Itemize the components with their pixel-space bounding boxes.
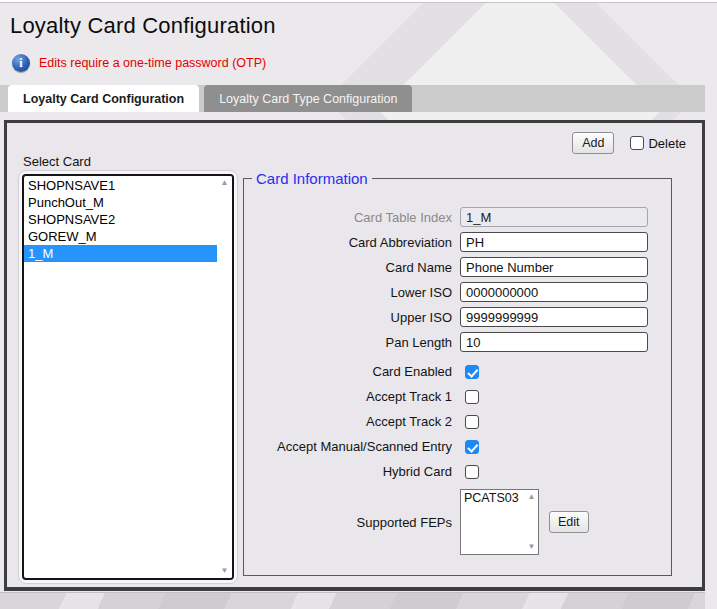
card-abbreviation-row: Card Abbreviation	[244, 232, 671, 252]
page-top-strip	[0, 0, 717, 3]
otp-notice-text: Edits require a one-time password (OTP)	[39, 56, 266, 70]
scroll-up-icon[interactable]: ▲	[221, 179, 229, 187]
tab-loyalty-card-type-configuration[interactable]: Loyalty Card Type Configuration	[204, 85, 412, 112]
hybrid-card-label: Hybrid Card	[244, 464, 452, 479]
card-enabled-row: Card Enabled	[244, 364, 671, 379]
feps-scrollbar[interactable]: ▲ ▼	[525, 490, 538, 554]
accept-track-1-label: Accept Track 1	[244, 389, 452, 404]
accept-track-2-checkbox[interactable]	[465, 415, 479, 429]
hybrid-card-row: Hybrid Card	[244, 464, 671, 479]
card-list-item[interactable]: GOREW_M	[24, 228, 217, 245]
otp-notice-row: i Edits require a one-time password (OTP…	[12, 54, 266, 72]
supported-feps-row: Supported FEPs PCATS03 ▲ ▼ Edit	[244, 489, 671, 555]
accept-track-1-row: Accept Track 1	[244, 389, 671, 404]
upper-iso-input[interactable]	[460, 307, 648, 327]
toolbar: Add Delete	[572, 132, 686, 154]
scroll-down-icon[interactable]: ▼	[221, 567, 229, 575]
scroll-up-icon[interactable]: ▲	[528, 493, 536, 501]
card-name-row: Card Name	[244, 257, 671, 277]
accept-track-1-checkbox[interactable]	[465, 390, 479, 404]
lower-iso-label: Lower ISO	[244, 285, 452, 300]
accept-track-2-row: Accept Track 2	[244, 414, 671, 429]
card-information-legend: Card Information	[252, 170, 372, 187]
tab-bar: Loyalty Card Configuration Loyalty Card …	[0, 85, 705, 112]
card-name-input[interactable]	[460, 257, 648, 277]
card-list-item-selected[interactable]: 1_M	[24, 245, 217, 262]
lower-iso-row: Lower ISO	[244, 282, 671, 302]
delete-label: Delete	[648, 136, 686, 151]
page-title: Loyalty Card Configuration	[10, 13, 276, 39]
card-enabled-checkbox[interactable]	[465, 365, 479, 379]
checkbox-group: Card Enabled Accept Track 1 Accept Track…	[244, 364, 671, 479]
delete-checkbox-row: Delete	[630, 136, 686, 151]
card-list-items: SHOPNSAVE1 PunchOut_M SHOPNSAVE2 GOREW_M…	[24, 176, 217, 578]
tab-loyalty-card-configuration[interactable]: Loyalty Card Configuration	[8, 85, 199, 112]
card-abbreviation-label: Card Abbreviation	[244, 235, 452, 250]
hybrid-card-checkbox[interactable]	[465, 465, 479, 479]
accept-manual-scanned-entry-checkbox[interactable]	[465, 440, 479, 454]
upper-iso-label: Upper ISO	[244, 310, 452, 325]
card-list-scrollbar[interactable]: ▲ ▼	[217, 176, 232, 578]
pan-length-row: Pan Length	[244, 332, 671, 352]
card-list-item[interactable]: SHOPNSAVE2	[24, 211, 217, 228]
card-table-index-row: Card Table Index	[244, 207, 671, 227]
card-table-index-input	[460, 207, 648, 227]
upper-iso-row: Upper ISO	[244, 307, 671, 327]
supported-feps-label: Supported FEPs	[244, 515, 452, 530]
delete-checkbox[interactable]	[630, 136, 644, 150]
pan-length-input[interactable]	[460, 332, 648, 352]
info-icon: i	[12, 54, 30, 72]
card-abbreviation-input[interactable]	[460, 232, 648, 252]
add-button[interactable]: Add	[572, 132, 614, 154]
select-card-label: Select Card	[23, 154, 91, 169]
pan-length-label: Pan Length	[244, 335, 452, 350]
fep-item[interactable]: PCATS03	[461, 491, 525, 506]
main-panel: Add Delete Select Card SHOPNSAVE1 PunchO…	[4, 120, 705, 591]
card-listbox-frame: SHOPNSAVE1 PunchOut_M SHOPNSAVE2 GOREW_M…	[18, 170, 238, 584]
scroll-down-icon[interactable]: ▼	[528, 543, 536, 551]
card-listbox: SHOPNSAVE1 PunchOut_M SHOPNSAVE2 GOREW_M…	[22, 174, 234, 580]
accept-track-2-label: Accept Track 2	[244, 414, 452, 429]
accept-manual-scanned-entry-label: Accept Manual/Scanned Entry	[244, 439, 452, 454]
card-list-item[interactable]: SHOPNSAVE1	[24, 177, 217, 194]
page-bottom-strip	[0, 592, 705, 609]
card-list-item[interactable]: PunchOut_M	[24, 194, 217, 211]
edit-feps-button[interactable]: Edit	[549, 511, 589, 533]
supported-feps-items: PCATS03	[461, 490, 525, 554]
lower-iso-input[interactable]	[460, 282, 648, 302]
card-information-fieldset: Card Information Card Table Index Card A…	[243, 170, 672, 576]
card-table-index-label: Card Table Index	[244, 210, 452, 225]
card-name-label: Card Name	[244, 260, 452, 275]
card-enabled-label: Card Enabled	[244, 364, 452, 379]
supported-feps-listbox[interactable]: PCATS03 ▲ ▼	[460, 489, 539, 555]
accept-manual-scanned-entry-row: Accept Manual/Scanned Entry	[244, 439, 671, 454]
